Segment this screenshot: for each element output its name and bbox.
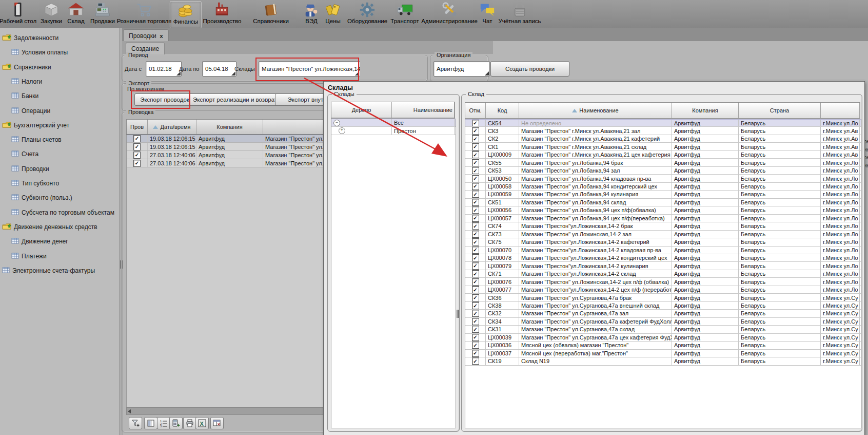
checkbox[interactable] [472,310,479,317]
toolbar-item-8[interactable]: Справочники [250,1,292,28]
column-header-Дерево[interactable]: Дерево [331,102,392,118]
checkbox[interactable] [472,167,479,174]
sidebar-item-6[interactable]: Операции [0,105,129,117]
checkbox[interactable] [472,334,479,341]
sidebar-item-3[interactable]: Справочники [0,62,120,73]
date-from-field[interactable]: 01.02.18 [146,61,182,77]
warehouse-row-22[interactable]: ЦХ00077Магазин "Престон"ул.Ложинская,14-… [465,286,861,294]
toolbar-item-13[interactable]: Администрирование [418,1,481,28]
toolbar-item-5[interactable]: Розничная торговля [114,1,175,28]
checkbox[interactable] [472,247,479,254]
sidebar-item-12[interactable]: Субконто (польз.) [0,192,129,203]
warehouse-row-16[interactable]: СК75Магазин "Престон"ул.Ложинская,14-2 к… [465,238,861,246]
checkbox[interactable] [472,127,479,135]
warehouse-row-8[interactable]: ЦХ00050Магазин "Престон" ул.Лобанка,94 к… [465,175,861,182]
tab-close-icon[interactable]: x [160,33,163,39]
checkbox[interactable] [133,135,141,142]
warehouse-row-14[interactable]: СК74Магазин "Престон"ул.Ложинская,14-2 б… [465,222,861,230]
toolbar-item-1[interactable]: Рабочий стол [0,1,40,28]
column-header-Отм.[interactable]: Отм. [465,103,486,118]
toolbar-item-7[interactable]: Производство [200,1,245,28]
checkbox[interactable] [472,318,479,325]
column-header-Пров[interactable]: Пров [127,120,148,134]
tab-provodki[interactable]: Проводки x [123,29,169,42]
printer-icon[interactable] [183,417,196,429]
scroll-left-icon[interactable] [128,409,131,413]
checkbox[interactable] [472,270,479,277]
sidebar-item-11[interactable]: Тип субконто [0,178,129,189]
checkbox[interactable] [472,199,479,206]
checkbox[interactable] [472,238,479,245]
sidebar-item-8[interactable]: Планы счетов [0,134,129,145]
toolbar-item-2[interactable]: Закупки [37,1,65,28]
checkbox[interactable] [472,278,479,286]
warehouse-row-12[interactable]: ЦХ00056Магазин "Престон" ул.Лобанка,94 ц… [465,206,861,214]
date-to-field[interactable]: 05.04.18 [202,61,236,77]
organization-field[interactable]: Арвитфуд [433,61,490,77]
column-header-blank[interactable] [821,103,860,118]
warehouse-row-13[interactable]: ЦХ00057Магазин "Престон" ул.Лобанка,94 ц… [465,215,861,222]
checkbox[interactable] [472,151,479,158]
numbered-list-icon[interactable]: 123 [157,417,170,429]
sidebar-item-14[interactable]: Движение денежных средств [0,221,120,233]
checkbox[interactable] [472,135,479,142]
column-header-Компания[interactable]: Компания [672,103,739,118]
sidebar-item-5[interactable]: Банки [0,90,129,102]
toolbar-item-12[interactable]: Транспорт [387,1,422,28]
checkbox[interactable] [472,254,479,261]
warehouse-row-10[interactable]: ЦХ00059Магазин "Престон" ул.Лобанка,94 к… [465,191,861,198]
column-header-Дата/время[interactable]: Дата/время [148,120,196,134]
checkbox[interactable] [133,152,141,159]
column-header-Код[interactable]: Код [486,103,519,118]
sidebar-item-16[interactable]: Платежи [0,251,129,262]
checkbox[interactable] [472,302,479,309]
checkbox[interactable] [472,143,479,150]
toolbar-item-15[interactable]: Учётная запись [495,1,544,28]
warehouse-row-11[interactable]: СК51Магазин "Престон" ул.Лобанка,94 скла… [465,199,861,206]
sidebar-item-13[interactable]: Субсчета по торговым объектам [0,207,129,218]
warehouse-row-23[interactable]: СК36Магазин "Престон" ул.Сурганова,47а б… [465,294,861,301]
sidebar-item-10[interactable]: Проводки [0,163,129,175]
create-provodki-button[interactable]: Создать проводки [490,61,569,77]
checkbox[interactable] [133,160,141,167]
sidebar-item-15[interactable]: Движение денег [0,236,129,247]
warehouse-row-6[interactable]: СК55Магазин "Престон" ул.Лобанка,94 брак… [465,159,861,166]
checkbox[interactable] [472,350,479,357]
column-header-Компания[interactable]: Компания [196,120,263,134]
tree-row-2[interactable]: +Престон [331,127,456,135]
warehouse-row-29[interactable]: ЦХ00036Мясной цех (обвалка) магазин "Пре… [465,342,861,349]
checkbox[interactable] [472,206,479,214]
expand-icon[interactable]: + [339,127,345,134]
warehouse-row-4[interactable]: СК1Магазин "Престон" г.Минск ул.Авакяна,… [465,143,861,150]
column-header-Наименование[interactable]: Наименование [392,102,455,118]
column-header-Страна[interactable]: Страна [739,103,821,118]
warehouse-row-9[interactable]: ЦХ00058Магазин "Престон" ул.Лобанка,94 к… [465,183,861,191]
checkbox[interactable] [472,262,479,270]
warehouse-row-30[interactable]: ЦХ00037Мясной цех (переработка) маг."Пре… [465,350,861,357]
warehouse-row-3[interactable]: СК2Магазин "Престон" г.Минск ул.Авакяна,… [465,135,861,143]
warehouse-row-21[interactable]: ЦХ00076Магазин "Престон" ул.Ложинская,14… [465,278,861,286]
checkbox[interactable] [472,294,479,301]
calculator-add-icon[interactable] [169,417,183,429]
checkbox[interactable] [472,159,479,166]
warehouse-row-25[interactable]: СК32Магазин "Престон" ул.Сурганова,47а з… [465,310,861,317]
warehouse-row-27[interactable]: СК31Магазин "Престон" ул.Сурганова,47а с… [465,326,861,333]
warehouse-row-24[interactable]: СК38Магазин "Престон" ул.Сурганова,47а в… [465,302,861,310]
checkbox[interactable] [472,286,479,293]
export-button-2[interactable]: Экспорт реализации и возврат [189,93,281,106]
sidebar-item-2[interactable]: Условия оплаты [0,47,129,58]
warehouse-row-19[interactable]: ЦХ00079Магазин "Престон"ул.Ложинская,14-… [465,262,861,270]
warehouse-row-31[interactable]: СК19Склад N19АрвитфудБеларусьг.Минск ул.… [465,357,861,365]
sidebar-item-17[interactable]: Электронные счета-фактуры [0,265,120,276]
warehouse-row-26[interactable]: СК34Магазин "Престон" ул.Сурганова,47а к… [465,318,861,326]
column-header-Наименование[interactable]: Наименование [519,103,672,118]
toolbar-item-9[interactable]: ВЭД [300,1,323,28]
warehouse-row-1[interactable]: СК54Не определеноАрвитфудБеларусьг.Минск… [465,119,861,127]
popup-splitter-grip-icon[interactable] [457,310,459,318]
warehouses-field[interactable]: Магазин "Престон" ул.Ложинская,14-2 [259,61,360,77]
toolbar-item-6[interactable]: Финансы [170,1,202,29]
checkbox[interactable] [133,143,141,150]
warehouse-row-20[interactable]: СК71Магазин "Престон"ул.Ложинская,14-2 с… [465,270,861,278]
sidebar-item-4[interactable]: Налоги [0,76,129,87]
checkbox[interactable] [472,183,479,190]
